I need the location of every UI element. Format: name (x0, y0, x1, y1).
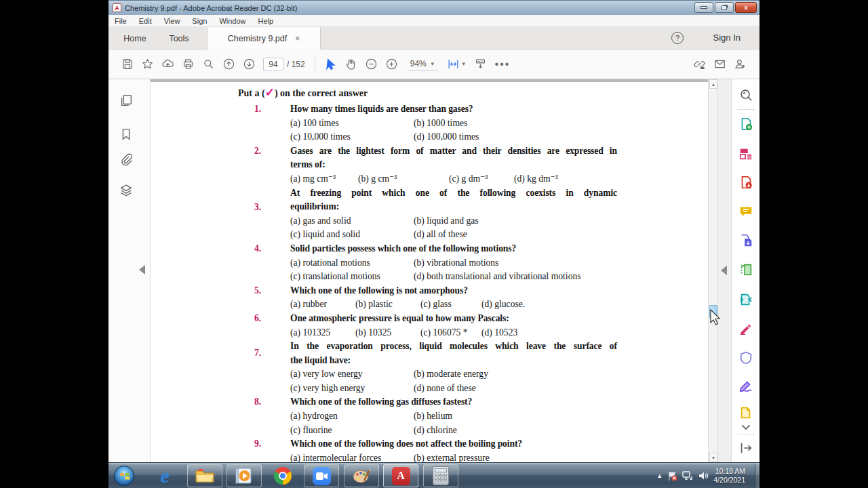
option: (c) 106075 * (420, 326, 481, 340)
pdf-page[interactable]: Put a (✓) on the correct answer 1.How ma… (151, 79, 708, 462)
expand-right-pane-arrow[interactable] (721, 266, 727, 275)
tab-tools[interactable]: Tools (159, 27, 199, 49)
search-document-icon[interactable] (738, 87, 753, 102)
question-text-line: In the evaporation process, liquid molec… (290, 340, 617, 354)
volume-icon[interactable] (698, 471, 709, 481)
organize-pages-icon[interactable] (738, 262, 753, 277)
question-text-line: Which one of the following does not affe… (290, 437, 617, 451)
next-page-icon[interactable] (239, 54, 259, 75)
tab-close-icon[interactable]: × (295, 34, 300, 43)
page-number-input[interactable] (263, 58, 283, 71)
close-button[interactable]: x (735, 2, 757, 13)
window-titlebar[interactable]: A Chemistry 9.pdf - Adobe Acrobat Reader… (108, 0, 760, 15)
question-body: Which one of the following does not affe… (290, 437, 617, 462)
menu-edit[interactable]: Edit (133, 17, 158, 25)
paint-icon[interactable] (344, 464, 379, 487)
add-person-icon[interactable] (730, 54, 750, 75)
chevron-down-icon[interactable] (738, 420, 753, 428)
internet-explorer-icon[interactable]: e (147, 464, 182, 487)
menu-bar: File Edit View Sign Window Help (108, 15, 760, 27)
more-tools-icon[interactable]: ••• (495, 58, 511, 70)
save-icon[interactable] (117, 54, 137, 75)
question-text-line: Which one of the following is not amorph… (290, 284, 617, 298)
print-icon[interactable] (178, 54, 198, 75)
protect-icon[interactable] (738, 350, 753, 365)
scroll-up-button[interactable]: ▲ (709, 79, 717, 89)
vertical-scrollbar[interactable]: ▲ ▼ (708, 79, 718, 462)
main-toolbar: / 152 94% ▼ ▼ ••• (108, 49, 760, 79)
export-pdf-icon[interactable] (738, 175, 753, 190)
create-pdf-icon[interactable] (738, 117, 753, 131)
acrobat-taskbar-icon[interactable]: A (383, 464, 418, 487)
zoom-in-icon[interactable] (382, 54, 402, 75)
menu-window[interactable]: Window (213, 17, 252, 25)
menu-help[interactable]: Help (252, 17, 280, 25)
tray-clock[interactable]: 10:18 AM 4/20/2021 (713, 467, 745, 485)
email-icon[interactable] (709, 54, 730, 75)
minimize-button[interactable] (694, 2, 713, 13)
question-row: 5.Which one of the following is not amor… (254, 284, 708, 312)
collapse-toolbar-icon[interactable] (471, 54, 491, 75)
mouse-cursor (708, 309, 723, 327)
option: (a) rubber (290, 298, 355, 312)
question-body: Which one of the following is not amorph… (290, 284, 617, 312)
previous-page-icon[interactable] (218, 54, 239, 75)
question-number: 3. (254, 186, 290, 242)
chrome-icon[interactable] (265, 464, 300, 487)
question-body: How many times liquids are denser than g… (290, 102, 617, 144)
question-row: 9.Which one of the following does not af… (254, 437, 708, 462)
option: (c) 10,000 times (290, 130, 414, 144)
compress-pdf-icon[interactable] (738, 292, 753, 307)
option: (a) hydrogen (290, 409, 414, 424)
media-player-icon[interactable] (226, 464, 262, 487)
hand-tool-icon[interactable] (341, 54, 361, 75)
menu-view[interactable]: View (158, 17, 186, 25)
option: (b) vibrational motions (414, 256, 617, 270)
combine-files-icon[interactable] (738, 233, 753, 248)
page-thumbnails-icon[interactable] (119, 93, 135, 109)
menu-sign[interactable]: Sign (186, 17, 213, 25)
scroll-down-button[interactable]: ▼ (709, 453, 717, 462)
zoom-app-icon[interactable] (304, 464, 339, 487)
menu-file[interactable]: File (108, 17, 133, 25)
bookmarks-icon[interactable] (119, 127, 135, 143)
pdf-page-content: Put a (✓) on the correct answer 1.How ma… (151, 82, 708, 462)
share-cloud-icon[interactable] (157, 54, 178, 75)
tab-home[interactable]: Home (115, 27, 155, 49)
star-icon[interactable] (137, 54, 157, 75)
options: (a) intermolecular forces(b) external pr… (290, 451, 617, 462)
maximize-button[interactable] (715, 2, 734, 13)
open-tools-pane-icon[interactable] (738, 441, 753, 455)
action-center-flag-icon[interactable] (667, 471, 677, 481)
collapse-left-pane-arrow[interactable] (139, 265, 145, 274)
more-tools-icon-rail[interactable] (738, 405, 753, 420)
select-tool-icon[interactable] (321, 54, 341, 75)
hidden-icons-arrow[interactable]: ▲ (656, 472, 663, 479)
option: (c) g dm⁻³ (449, 172, 514, 186)
share-link-icon[interactable] (689, 54, 709, 75)
tab-document[interactable]: Chemistry 9.pdf × (207, 27, 321, 49)
zoom-out-icon[interactable] (361, 54, 382, 75)
search-icon[interactable] (198, 54, 218, 75)
zoom-level-dropdown[interactable]: 94% ▼ (408, 58, 438, 70)
attachments-icon[interactable] (119, 152, 135, 168)
fill-sign-icon[interactable] (738, 379, 753, 394)
calculator-icon[interactable] (423, 464, 458, 487)
sign-in-button[interactable]: Sign In (713, 33, 741, 43)
option: (b) external pressure (414, 451, 617, 462)
help-icon[interactable]: ? (671, 32, 684, 44)
edit-pdf-icon[interactable] (738, 146, 753, 161)
network-icon[interactable] (682, 471, 693, 481)
redact-icon[interactable] (738, 321, 753, 336)
question-body: In the evaporation process, liquid molec… (290, 340, 617, 395)
show-desktop-button[interactable] (755, 463, 760, 488)
file-explorer-icon[interactable] (187, 464, 222, 487)
option: (a) rotational motions (290, 256, 414, 270)
document-area: Put a (✓) on the correct answer 1.How ma… (108, 79, 760, 462)
layers-icon[interactable] (119, 183, 135, 199)
fit-width-caret[interactable]: ▼ (461, 61, 467, 67)
option: (a) 101325 (290, 326, 355, 340)
comment-icon[interactable] (738, 204, 753, 219)
start-button[interactable] (106, 464, 142, 487)
tab-bar: Home Tools Chemistry 9.pdf × ? Sign In (108, 27, 760, 49)
